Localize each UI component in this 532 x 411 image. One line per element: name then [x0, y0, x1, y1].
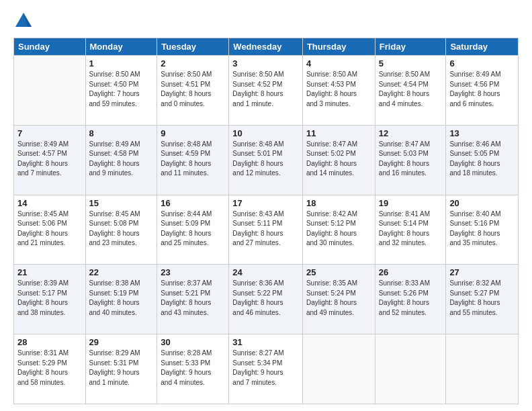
weekday-header-sunday: Sunday	[14, 38, 86, 56]
day-info: Sunrise: 8:35 AM Sunset: 5:24 PM Dayligh…	[306, 279, 371, 318]
day-number: 3	[232, 58, 299, 68]
calendar-day-cell	[14, 56, 86, 126]
calendar-day-cell: 29Sunrise: 8:29 AM Sunset: 5:31 PM Dayli…	[85, 334, 157, 404]
day-info: Sunrise: 8:48 AM Sunset: 5:01 PM Dayligh…	[232, 140, 299, 179]
calendar-day-cell: 9Sunrise: 8:48 AM Sunset: 4:59 PM Daylig…	[157, 125, 229, 195]
calendar-day-cell: 5Sunrise: 8:50 AM Sunset: 4:54 PM Daylig…	[375, 56, 446, 126]
weekday-header-wednesday: Wednesday	[229, 38, 303, 56]
day-number: 1	[89, 58, 154, 68]
day-number: 10	[232, 128, 299, 138]
calendar-week-row: 21Sunrise: 8:39 AM Sunset: 5:17 PM Dayli…	[14, 265, 519, 334]
day-number: 16	[161, 198, 225, 208]
day-number: 18	[306, 198, 371, 208]
calendar-day-cell: 11Sunrise: 8:47 AM Sunset: 5:02 PM Dayli…	[302, 125, 375, 195]
calendar-day-cell: 28Sunrise: 8:31 AM Sunset: 5:29 PM Dayli…	[14, 334, 86, 404]
day-info: Sunrise: 8:40 AM Sunset: 5:16 PM Dayligh…	[449, 210, 515, 248]
weekday-header-thursday: Thursday	[302, 38, 375, 56]
calendar-day-cell: 6Sunrise: 8:49 AM Sunset: 4:56 PM Daylig…	[446, 56, 519, 126]
day-info: Sunrise: 8:33 AM Sunset: 5:26 PM Dayligh…	[379, 279, 443, 318]
calendar-day-cell: 14Sunrise: 8:45 AM Sunset: 5:06 PM Dayli…	[14, 195, 86, 265]
day-info: Sunrise: 8:29 AM Sunset: 5:31 PM Dayligh…	[89, 349, 154, 387]
day-info: Sunrise: 8:45 AM Sunset: 5:06 PM Dayligh…	[17, 210, 82, 248]
day-info: Sunrise: 8:44 AM Sunset: 5:09 PM Dayligh…	[161, 210, 225, 248]
weekday-header-saturday: Saturday	[446, 38, 519, 56]
page: SundayMondayTuesdayWednesdayThursdayFrid…	[0, 0, 532, 411]
day-info: Sunrise: 8:41 AM Sunset: 5:14 PM Dayligh…	[379, 210, 443, 248]
calendar-table: SundayMondayTuesdayWednesdayThursdayFrid…	[13, 38, 519, 404]
day-number: 31	[232, 337, 299, 347]
calendar-day-cell: 2Sunrise: 8:50 AM Sunset: 4:51 PM Daylig…	[157, 56, 229, 126]
day-number: 20	[449, 198, 515, 208]
calendar-day-cell: 21Sunrise: 8:39 AM Sunset: 5:17 PM Dayli…	[14, 265, 86, 334]
day-number: 21	[17, 267, 82, 277]
day-info: Sunrise: 8:39 AM Sunset: 5:17 PM Dayligh…	[17, 279, 82, 318]
day-number: 25	[306, 267, 371, 277]
day-number: 23	[161, 267, 225, 277]
day-info: Sunrise: 8:50 AM Sunset: 4:50 PM Dayligh…	[89, 70, 154, 109]
calendar-day-cell: 18Sunrise: 8:42 AM Sunset: 5:12 PM Dayli…	[302, 195, 375, 265]
day-info: Sunrise: 8:37 AM Sunset: 5:21 PM Dayligh…	[161, 279, 225, 318]
day-info: Sunrise: 8:49 AM Sunset: 4:57 PM Dayligh…	[17, 140, 82, 179]
day-number: 26	[379, 267, 443, 277]
calendar-day-cell: 15Sunrise: 8:45 AM Sunset: 5:08 PM Dayli…	[85, 195, 157, 265]
day-number: 17	[232, 198, 299, 208]
calendar-day-cell: 17Sunrise: 8:43 AM Sunset: 5:11 PM Dayli…	[229, 195, 303, 265]
calendar-day-cell: 16Sunrise: 8:44 AM Sunset: 5:09 PM Dayli…	[157, 195, 229, 265]
day-number: 24	[232, 267, 299, 277]
day-number: 28	[17, 337, 82, 347]
day-number: 11	[306, 128, 371, 138]
day-info: Sunrise: 8:38 AM Sunset: 5:19 PM Dayligh…	[89, 279, 154, 318]
day-info: Sunrise: 8:47 AM Sunset: 5:03 PM Dayligh…	[379, 140, 443, 179]
day-number: 19	[379, 198, 443, 208]
calendar-day-cell: 13Sunrise: 8:46 AM Sunset: 5:05 PM Dayli…	[446, 125, 519, 195]
day-info: Sunrise: 8:32 AM Sunset: 5:27 PM Dayligh…	[449, 279, 515, 318]
day-info: Sunrise: 8:49 AM Sunset: 4:56 PM Dayligh…	[449, 70, 515, 109]
calendar-day-cell: 22Sunrise: 8:38 AM Sunset: 5:19 PM Dayli…	[85, 265, 157, 334]
day-number: 4	[306, 58, 371, 68]
weekday-header-friday: Friday	[375, 38, 446, 56]
day-info: Sunrise: 8:50 AM Sunset: 4:51 PM Dayligh…	[161, 70, 225, 109]
day-info: Sunrise: 8:36 AM Sunset: 5:22 PM Dayligh…	[232, 279, 299, 318]
day-number: 2	[161, 58, 225, 68]
day-number: 13	[449, 128, 515, 138]
calendar-day-cell: 26Sunrise: 8:33 AM Sunset: 5:26 PM Dayli…	[375, 265, 446, 334]
day-info: Sunrise: 8:50 AM Sunset: 4:54 PM Dayligh…	[379, 70, 443, 109]
calendar-day-cell: 7Sunrise: 8:49 AM Sunset: 4:57 PM Daylig…	[14, 125, 86, 195]
day-info: Sunrise: 8:43 AM Sunset: 5:11 PM Dayligh…	[232, 210, 299, 248]
day-number: 6	[449, 58, 515, 68]
day-info: Sunrise: 8:50 AM Sunset: 4:52 PM Dayligh…	[232, 70, 299, 109]
calendar-day-cell: 20Sunrise: 8:40 AM Sunset: 5:16 PM Dayli…	[446, 195, 519, 265]
calendar-day-cell	[446, 334, 519, 404]
calendar-day-cell: 31Sunrise: 8:27 AM Sunset: 5:34 PM Dayli…	[229, 334, 303, 404]
day-number: 7	[17, 128, 82, 138]
logo-icon	[13, 11, 34, 31]
calendar-day-cell: 12Sunrise: 8:47 AM Sunset: 5:03 PM Dayli…	[375, 125, 446, 195]
day-number: 5	[379, 58, 443, 68]
day-number: 8	[89, 128, 154, 138]
day-number: 29	[89, 337, 154, 347]
calendar-day-cell: 23Sunrise: 8:37 AM Sunset: 5:21 PM Dayli…	[157, 265, 229, 334]
calendar-day-cell: 10Sunrise: 8:48 AM Sunset: 5:01 PM Dayli…	[229, 125, 303, 195]
calendar-day-cell: 8Sunrise: 8:49 AM Sunset: 4:58 PM Daylig…	[85, 125, 157, 195]
day-info: Sunrise: 8:28 AM Sunset: 5:33 PM Dayligh…	[161, 349, 225, 387]
calendar-day-cell: 4Sunrise: 8:50 AM Sunset: 4:53 PM Daylig…	[302, 56, 375, 126]
calendar-day-cell: 25Sunrise: 8:35 AM Sunset: 5:24 PM Dayli…	[302, 265, 375, 334]
calendar-day-cell: 19Sunrise: 8:41 AM Sunset: 5:14 PM Dayli…	[375, 195, 446, 265]
calendar-week-row: 1Sunrise: 8:50 AM Sunset: 4:50 PM Daylig…	[14, 56, 519, 126]
calendar-day-cell: 30Sunrise: 8:28 AM Sunset: 5:33 PM Dayli…	[157, 334, 229, 404]
day-info: Sunrise: 8:45 AM Sunset: 5:08 PM Dayligh…	[89, 210, 154, 248]
day-info: Sunrise: 8:48 AM Sunset: 4:59 PM Dayligh…	[161, 140, 225, 179]
weekday-header-monday: Monday	[85, 38, 157, 56]
day-info: Sunrise: 8:42 AM Sunset: 5:12 PM Dayligh…	[306, 210, 371, 248]
day-number: 12	[379, 128, 443, 138]
calendar-day-cell: 3Sunrise: 8:50 AM Sunset: 4:52 PM Daylig…	[229, 56, 303, 126]
day-number: 15	[89, 198, 154, 208]
day-number: 22	[89, 267, 154, 277]
day-info: Sunrise: 8:46 AM Sunset: 5:05 PM Dayligh…	[449, 140, 515, 179]
calendar-week-row: 28Sunrise: 8:31 AM Sunset: 5:29 PM Dayli…	[14, 334, 519, 404]
calendar-day-cell	[302, 334, 375, 404]
day-info: Sunrise: 8:49 AM Sunset: 4:58 PM Dayligh…	[89, 140, 154, 179]
day-number: 27	[449, 267, 515, 277]
logo	[13, 11, 36, 31]
calendar-day-cell: 24Sunrise: 8:36 AM Sunset: 5:22 PM Dayli…	[229, 265, 303, 334]
